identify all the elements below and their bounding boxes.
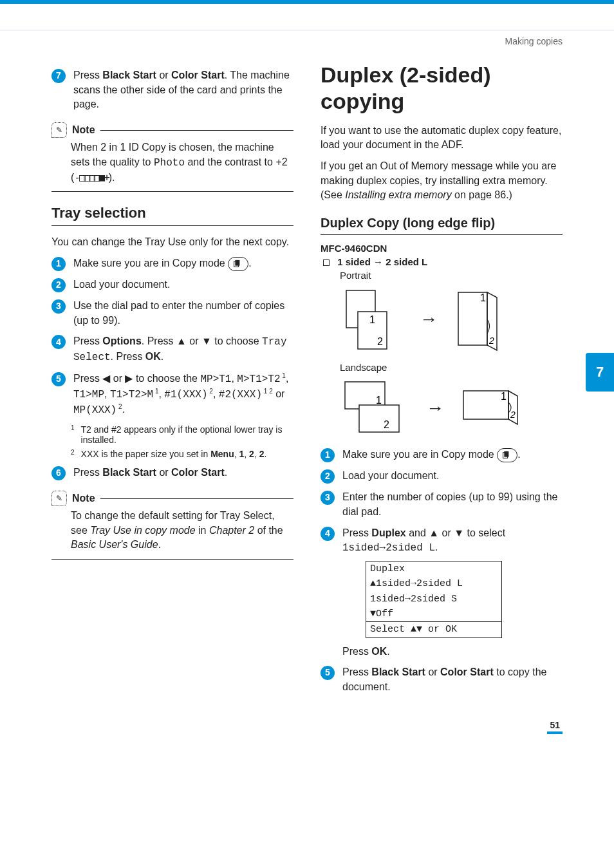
text: , — [244, 449, 249, 459]
note-body: To change the default setting for Tray S… — [51, 509, 293, 560]
text: . — [161, 351, 163, 362]
text: Press ◀ or ▶ to choose the — [73, 373, 200, 384]
chapter-tab: 7 — [586, 353, 614, 392]
orientation-label: Landscape — [340, 362, 563, 373]
lcd-value: #2(XXX) — [219, 389, 262, 401]
page: Making copies 7 7 Press Black Start or C… — [0, 31, 614, 773]
duplex-page-icon: 1 2 — [460, 386, 524, 431]
step-number-badge: 6 — [51, 466, 66, 480]
text: and ▲ or ▼ to select — [406, 527, 505, 538]
button-name: Black Start — [371, 666, 425, 677]
text: . — [435, 542, 438, 552]
page-number: 51 — [51, 701, 563, 734]
xref: Installing extra memory — [345, 189, 451, 200]
text: , — [231, 373, 237, 384]
button-name: Color Start — [440, 666, 494, 677]
text: , — [254, 449, 259, 459]
button-name: Black Start — [102, 70, 156, 80]
footnote-ref: 1 — [281, 372, 286, 379]
step-number-badge: 7 — [51, 69, 66, 83]
footnote-number: 1 — [71, 424, 75, 445]
lcd-value: MP(XXX) — [73, 404, 116, 416]
text: . — [225, 467, 227, 478]
text: or — [156, 70, 171, 80]
text: . Press — [111, 351, 145, 362]
text: . — [158, 539, 161, 550]
orientation-label: Portrait — [340, 270, 563, 281]
footnote-text: T2 and #2 appears only if the optional l… — [81, 424, 293, 445]
button-name: Options — [102, 335, 141, 346]
step-number-badge: 4 — [51, 335, 66, 349]
step-number-badge: 2 — [51, 278, 66, 292]
button-name: OK — [145, 351, 161, 362]
bullet-square-icon — [323, 259, 330, 266]
text: Enter the number of copies (up to 99) us… — [342, 490, 563, 519]
step-number-badge: 2 — [321, 469, 335, 484]
heading-duplex-copying: Duplex (2-sided) copying — [321, 62, 563, 115]
intro-text: You can change the Tray Use only for the… — [51, 235, 293, 250]
step-3: 3 Enter the number of copies (up to 99) … — [321, 490, 563, 519]
text: Press — [342, 646, 371, 657]
paragraph: If you want to use the automatic duplex … — [321, 124, 563, 153]
text: , — [286, 373, 288, 384]
text: . — [122, 404, 125, 415]
text: on page 86.) — [452, 189, 512, 200]
lcd-line: Select ▲▼ or OK — [366, 621, 501, 637]
svg-text:1: 1 — [480, 292, 486, 303]
copy-mode-icon — [228, 257, 248, 271]
text: , — [104, 388, 110, 399]
xref: Basic User's Guide — [71, 539, 158, 550]
svg-text:2: 2 — [384, 419, 389, 430]
model-name: MFC-9460CDN — [321, 243, 563, 254]
note-body: When 2 in 1 ID Copy is chosen, the machi… — [51, 140, 293, 192]
step-7: 7 Press Black Start or Color Start. The … — [51, 68, 293, 112]
text: in — [196, 525, 209, 536]
lcd-line: 1sided→2sided S — [366, 592, 501, 607]
lcd-value: #1(XXX) — [164, 389, 207, 401]
step-2: 2 Load your document. — [321, 469, 563, 484]
lcd-line: Duplex — [366, 561, 501, 576]
text: Press — [342, 666, 371, 677]
text: 1 sided — [337, 256, 373, 267]
lcd-line: ▲1sided→2sided L — [366, 576, 501, 591]
text: XXX is the paper size you set in — [81, 449, 211, 459]
svg-text:2: 2 — [510, 410, 516, 420]
text: , — [213, 388, 219, 399]
step-number-badge: 1 — [321, 448, 335, 462]
text: or — [425, 666, 440, 677]
note-heading: ✎ Note — [51, 491, 293, 506]
note-label: Note — [72, 124, 95, 136]
option-bullet: 1 sided → 2 sided L — [323, 256, 563, 267]
button-name: Menu — [210, 449, 234, 459]
svg-text:2: 2 — [377, 336, 383, 347]
step-4: 4 Press Duplex and ▲ or ▼ to select 1sid… — [321, 526, 563, 659]
footnote-ref: 2 — [116, 403, 122, 410]
text: Press — [73, 467, 102, 478]
text: Press — [73, 70, 102, 80]
step-1: 1 Make sure you are in Copy mode . — [51, 256, 293, 271]
step-5: 5 Press Black Start or Color Start to co… — [321, 665, 563, 694]
running-head: Making copies — [51, 36, 563, 46]
step-number-badge: 3 — [51, 299, 66, 314]
step-3: 3 Use the dial pad to enter the number o… — [51, 299, 293, 328]
note-heading: ✎ Note — [51, 122, 293, 138]
lcd-display: Duplex ▲1sided→2sided L 1sided→2sided S … — [366, 561, 502, 637]
heading-tray-selection: Tray selection — [51, 205, 293, 226]
text: Press — [342, 527, 371, 538]
left-column: 7 Press Black Start or Color Start. The … — [51, 62, 293, 701]
footnote-2: 2 XXX is the paper size you set in Menu,… — [71, 449, 293, 459]
step-1: 1 Make sure you are in Copy mode . — [321, 448, 563, 462]
step-number-badge: 5 — [321, 666, 335, 680]
copy-mode-icon — [497, 448, 517, 462]
source-pages-icon: 1 2 — [340, 379, 411, 437]
step-number-badge: 5 — [51, 372, 66, 386]
step-number-badge: 1 — [51, 257, 66, 271]
text: Make sure you are in Copy mode — [342, 449, 497, 460]
duplex-page-icon: 1 2 — [453, 287, 505, 352]
note-icon: ✎ — [51, 491, 67, 506]
text: or — [273, 388, 285, 399]
step-6: 6 Press Black Start or Color Start. — [51, 466, 293, 480]
text: Use the dial pad to enter the number of … — [73, 299, 293, 328]
text: . Press ▲ or ▼ to choose — [142, 335, 262, 346]
lcd-value: T1>MP — [73, 389, 104, 401]
